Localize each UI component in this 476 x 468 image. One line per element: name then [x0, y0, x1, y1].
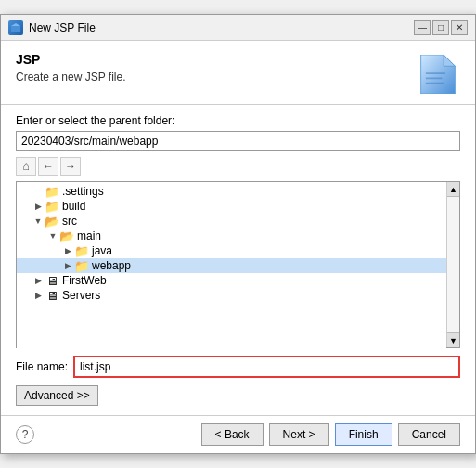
header-area: JSP Create a new JSP file. [1, 41, 475, 105]
back-button[interactable]: ← [38, 157, 58, 176]
folder-icon-src: 📂 [45, 214, 59, 228]
tree-label-main: main [77, 229, 101, 242]
header-text: JSP Create a new JSP file. [16, 52, 126, 84]
forward-button[interactable]: → [60, 157, 81, 176]
folder-icon-build: 📁 [45, 200, 59, 213]
title-bar: New JSP File — □ ✕ [1, 15, 475, 41]
folder-toolbar: ⌂ ← → [16, 157, 460, 176]
file-name-row: File name: [16, 356, 460, 378]
folder-label: Enter or select the parent folder: [16, 114, 460, 127]
tree-label-src: src [62, 214, 77, 228]
title-bar-text: New JSP File [29, 21, 408, 34]
folder-icon-main: 📂 [59, 229, 74, 242]
tree-item-java[interactable]: ▶ 📁 java [17, 243, 446, 258]
home-button[interactable]: ⌂ [16, 157, 36, 176]
advanced-button[interactable]: Advanced >> [16, 385, 98, 406]
tree-label-webapp: webapp [92, 259, 131, 272]
tree-item-src[interactable]: ▼ 📂 src [17, 214, 446, 228]
wizard-subtitle: Create a new JSP file. [16, 71, 126, 84]
maximize-button[interactable]: □ [432, 20, 449, 35]
dialog-icon [8, 20, 23, 35]
toggle-servers[interactable]: ▶ [32, 289, 45, 302]
tree-label-firstweb: FirstWeb [62, 274, 107, 287]
svg-rect-0 [11, 25, 20, 32]
folder-icon-settings: 📁 [45, 185, 59, 198]
folder-icon-java: 📁 [74, 244, 89, 257]
tree-item-firstweb[interactable]: ▶ 🖥 FirstWeb [17, 273, 446, 288]
toggle-firstweb[interactable]: ▶ [32, 274, 45, 287]
finish-button[interactable]: Finish [335, 423, 392, 446]
tree-label-build: build [62, 200, 85, 213]
cancel-button[interactable]: Cancel [398, 423, 460, 446]
tree-label-java: java [92, 244, 112, 257]
tree-item-servers[interactable]: ▶ 🖥 Servers [17, 288, 446, 303]
folder-tree: 📁 .settings ▶ 📁 build ▼ 📂 src [17, 182, 446, 349]
toggle-settings[interactable] [32, 185, 45, 198]
tree-label-settings: .settings [62, 185, 104, 198]
tree-item-settings[interactable]: 📁 .settings [17, 184, 446, 199]
svg-marker-1 [11, 23, 20, 26]
footer: ? < Back Next > Finish Cancel [1, 415, 475, 453]
minimize-button[interactable]: — [414, 20, 431, 35]
tree-item-build[interactable]: ▶ 📁 build [17, 199, 446, 214]
svg-rect-5 [426, 78, 443, 80]
server-icon-servers: 🖥 [45, 289, 59, 302]
toggle-build[interactable]: ▶ [32, 200, 45, 213]
server-icon-firstweb: 🖥 [45, 274, 59, 287]
close-button[interactable]: ✕ [451, 20, 468, 35]
folder-input[interactable]: 20230403/src/main/webapp [16, 131, 460, 151]
toggle-webapp[interactable]: ▶ [61, 259, 74, 272]
toggle-java[interactable]: ▶ [61, 244, 74, 257]
back-button[interactable]: < Back [201, 423, 264, 446]
window-controls: — □ ✕ [414, 20, 468, 35]
dialog: New JSP File — □ ✕ JSP Create a new JSP … [0, 14, 476, 454]
tree-item-main[interactable]: ▼ 📂 main [17, 228, 446, 243]
header-icon [416, 52, 460, 97]
svg-marker-3 [444, 55, 455, 66]
tree-item-webapp[interactable]: ▶ 📁 webapp [17, 258, 446, 273]
toggle-main[interactable]: ▼ [46, 229, 59, 242]
svg-rect-6 [426, 83, 444, 84]
next-button[interactable]: Next > [269, 423, 329, 446]
svg-rect-4 [426, 72, 445, 74]
toggle-src[interactable]: ▼ [32, 214, 45, 228]
tree-label-servers: Servers [62, 289, 100, 302]
scrollbar[interactable]: ▲ ▼ [446, 182, 459, 347]
file-name-input[interactable] [73, 356, 460, 378]
content-area: Enter or select the parent folder: 20230… [1, 105, 475, 415]
help-button[interactable]: ? [16, 425, 34, 444]
wizard-title: JSP [16, 52, 126, 67]
file-name-label: File name: [16, 360, 68, 373]
folder-icon-webapp: 📁 [74, 259, 89, 272]
